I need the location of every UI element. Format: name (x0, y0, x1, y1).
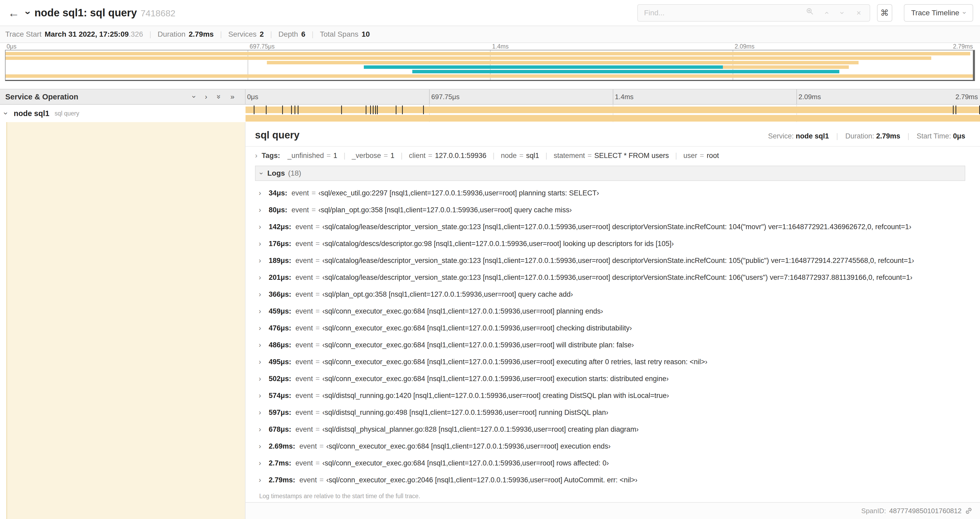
log-timestamp: 502μs: (269, 375, 291, 383)
log-row[interactable]: ›142μs:event=‹sql/catalog/lease/descript… (259, 218, 965, 235)
log-marker[interactable] (266, 105, 267, 114)
keyboard-shortcuts-button[interactable]: ⌘ (877, 4, 892, 22)
collapse-header-button[interactable]: › (26, 7, 30, 18)
log-marker[interactable] (370, 105, 371, 114)
log-row[interactable]: ›495μs:event=‹sql/conn_executor_exec.go:… (259, 353, 965, 370)
timeline-gridline (429, 89, 430, 104)
service-label: Service: (768, 132, 794, 140)
chevron-right-icon: › (259, 307, 264, 315)
clear-search-icon[interactable]: × (851, 5, 867, 21)
span-detail-meta: Service: node sql1 | Duration: 2.79ms | … (768, 132, 965, 140)
log-marker[interactable] (377, 105, 378, 114)
log-value: ‹sql/conn_executor_exec.go:684 [nsql1,cl… (322, 307, 603, 315)
chevron-right-icon: › (259, 374, 264, 383)
log-marker[interactable] (953, 105, 954, 114)
timeline-tick-label: 2.09ms (735, 43, 754, 50)
prev-result-icon[interactable]: › (818, 5, 834, 21)
summary-separator: | (270, 30, 272, 38)
log-field-name: event (296, 409, 313, 417)
log-row[interactable]: ›486μs:event=‹sql/conn_executor_exec.go:… (259, 337, 965, 353)
tag-equals: = (700, 152, 704, 160)
log-field-name: event (296, 459, 313, 467)
zoom-in-icon[interactable] (802, 5, 818, 21)
log-equals: = (312, 206, 316, 214)
log-timestamp: 176μs: (269, 240, 291, 248)
log-row[interactable]: ›502μs:event=‹sql/conn_executor_exec.go:… (259, 370, 965, 387)
tag-key: statement (554, 152, 585, 160)
service-operation-header: Service & Operation (5, 93, 193, 101)
log-row[interactable]: ›34μs:event=‹sql/exec_util.go:2297 [nsql… (259, 185, 965, 201)
log-value: ‹sql/catalog/descs/descriptor.go:98 [nsq… (322, 240, 674, 248)
log-field-name: event (296, 358, 313, 366)
log-value: ‹sql/conn_executor_exec.go:684 [nsql1,cl… (322, 324, 632, 332)
log-row[interactable]: ›574μs:event=‹sql/distsql_running.go:142… (259, 387, 965, 404)
minimap-canvas[interactable] (5, 50, 975, 81)
log-timestamp: 2.69ms: (269, 442, 295, 450)
log-marker[interactable] (291, 105, 292, 114)
log-row[interactable]: ›80μs:event=‹sql/plan_opt.go:358 [nsql1,… (259, 201, 965, 218)
span-row-lane[interactable] (245, 105, 980, 122)
logs-note: Log timestamps are relative to the start… (259, 493, 965, 500)
log-equals: = (316, 307, 320, 315)
log-row[interactable]: ›176μs:event=‹sql/catalog/descs/descript… (259, 235, 965, 252)
span-bar[interactable] (245, 107, 980, 113)
log-marker[interactable] (402, 105, 403, 114)
log-rows: ›34μs:event=‹sql/exec_util.go:2297 [nsql… (255, 181, 965, 489)
log-marker[interactable] (298, 105, 299, 114)
copy-link-icon[interactable] (965, 507, 973, 515)
tags-accordian[interactable]: › Tags: _unfinished=1|_verbose=1|client=… (245, 147, 980, 163)
collapse-all-icon[interactable]: » (217, 93, 221, 101)
span-collapse-icon[interactable]: › (5, 109, 7, 118)
find-group: › › × (637, 4, 870, 22)
tag-value: 1 (390, 152, 395, 160)
log-row[interactable]: ›201μs:event=‹sql/catalog/lease/descript… (259, 269, 965, 286)
log-marker[interactable] (396, 105, 396, 114)
log-marker[interactable] (366, 105, 366, 114)
collapse-one-icon[interactable]: › (193, 93, 195, 101)
chevron-right-icon: › (259, 358, 264, 366)
log-row[interactable]: ›678μs:event=‹sql/distsql_physical_plann… (259, 421, 965, 438)
span-row-name-column[interactable]: › node sql1 sql query (0, 105, 245, 122)
start-time-label: Start Time: (916, 132, 951, 140)
expand-all-icon[interactable]: » (230, 93, 234, 101)
span-detail-header: sql query Service: node sql1 | Duration:… (245, 122, 980, 147)
find-input[interactable] (644, 9, 802, 17)
log-timestamp: 189μs: (269, 257, 291, 265)
log-row[interactable]: ›459μs:event=‹sql/conn_executor_exec.go:… (259, 303, 965, 319)
log-marker[interactable] (956, 105, 956, 114)
log-row[interactable]: ›597μs:event=‹sql/distsql_running.go:498… (259, 404, 965, 421)
tag-value: 127.0.0.1:59936 (435, 152, 486, 160)
log-marker[interactable] (373, 105, 374, 114)
log-marker[interactable] (282, 105, 283, 114)
log-marker[interactable] (294, 105, 295, 114)
span-detail-bar[interactable] (245, 115, 980, 121)
log-marker[interactable] (254, 105, 255, 114)
minimap-viewport[interactable] (5, 50, 975, 81)
back-button[interactable]: ← (8, 6, 24, 19)
trace-view-dropdown[interactable]: Trace Timeline › (904, 4, 973, 22)
log-row[interactable]: ›476μs:event=‹sql/conn_executor_exec.go:… (259, 319, 965, 337)
tag-separator: | (493, 152, 495, 160)
log-marker[interactable] (341, 105, 342, 114)
log-row[interactable]: ›2.7ms:event=‹sql/conn_executor_exec.go:… (259, 455, 965, 471)
log-row[interactable]: ›2.79ms:event=‹sql/conn_executor_exec.go… (259, 471, 965, 489)
timeline-tick-label: 2.09ms (799, 93, 821, 101)
log-timestamp: 142μs: (269, 223, 291, 231)
logs-header[interactable]: › Logs (18) (255, 166, 965, 181)
log-row[interactable]: ›189μs:event=‹sql/catalog/lease/descript… (259, 252, 965, 269)
chevron-down-icon: › (961, 11, 969, 14)
expand-one-icon[interactable]: › (205, 93, 207, 101)
timeline-gridline (613, 89, 613, 104)
duration-value: 2.79ms (876, 132, 900, 140)
log-row[interactable]: ›2.69ms:event=‹sql/conn_executor_exec.go… (259, 438, 965, 455)
minimap-right-drag-handle[interactable] (973, 50, 975, 80)
log-timestamp: 201μs: (269, 273, 291, 282)
log-marker[interactable] (375, 105, 376, 114)
next-result-icon[interactable]: › (834, 5, 851, 21)
log-field-name: event (299, 476, 317, 484)
command-icon: ⌘ (880, 8, 889, 18)
log-row[interactable]: ›366μs:event=‹sql/plan_opt.go:358 [nsql1… (259, 286, 965, 303)
log-marker[interactable] (423, 105, 424, 114)
log-field-name: event (296, 324, 313, 332)
log-equals: = (320, 476, 324, 484)
